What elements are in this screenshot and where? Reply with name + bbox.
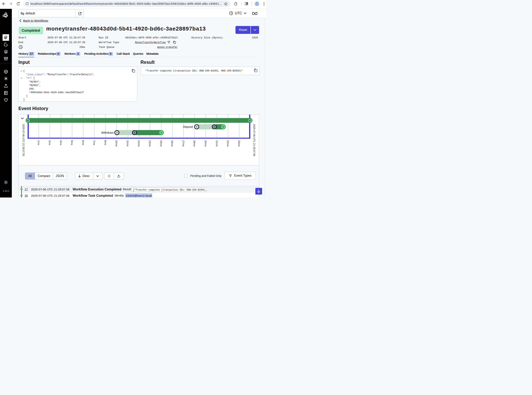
svg-text:10ms: 10ms	[115, 140, 118, 147]
svg-text:3ms: 3ms	[59, 140, 62, 145]
svg-text:17ms: 17ms	[182, 140, 185, 147]
svg-text:22ms: 22ms	[226, 140, 229, 147]
svg-text:21ms: 21ms	[215, 140, 218, 147]
svg-text:5ms: 5ms	[71, 140, 73, 145]
svg-text:Withdraw: Withdraw	[101, 131, 113, 134]
svg-text:2ms: 2ms	[48, 140, 51, 145]
svg-text:18ms: 18ms	[193, 140, 196, 147]
svg-text:8ms: 8ms	[104, 140, 107, 145]
svg-text:7ms: 7ms	[93, 140, 96, 145]
svg-text:1ms: 1ms	[37, 140, 40, 145]
svg-text:6ms: 6ms	[82, 140, 84, 145]
svg-text:11ms: 11ms	[126, 140, 129, 147]
svg-text:2025-07-06 UTC 21:29:07.58: 2025-07-06 UTC 21:29:07.58	[253, 124, 255, 156]
svg-text:20ms: 20ms	[204, 140, 207, 147]
svg-text:23ms: 23ms	[237, 140, 240, 147]
svg-text:15ms: 15ms	[159, 140, 162, 147]
svg-text:13ms: 13ms	[148, 140, 151, 147]
svg-text:16ms: 16ms	[171, 140, 174, 147]
svg-text:2025-07-06 UTC 21:29:07.55: 2025-07-06 UTC 21:29:07.55	[22, 124, 25, 156]
svg-text:Deposit: Deposit	[183, 125, 193, 128]
svg-text:12ms: 12ms	[137, 140, 140, 147]
